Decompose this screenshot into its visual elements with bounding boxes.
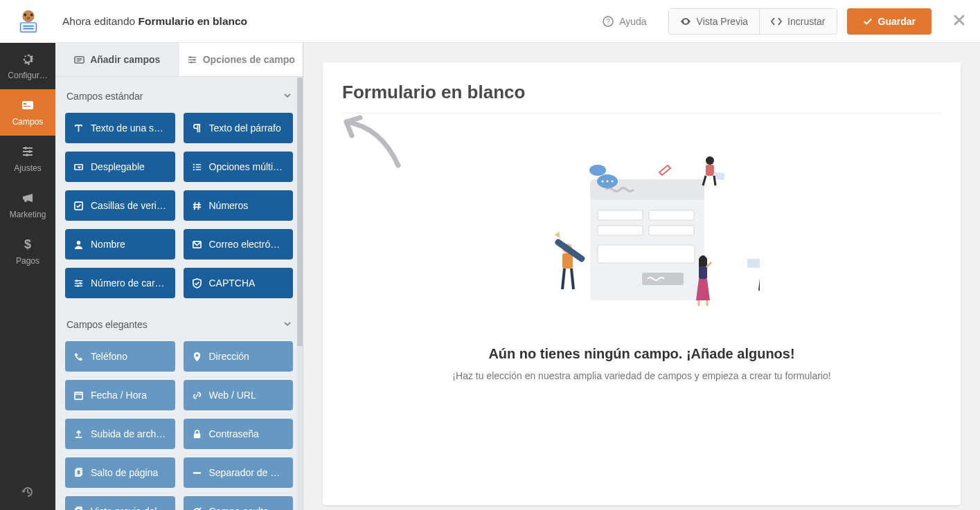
help-button[interactable]: ? Ayuda xyxy=(591,9,658,34)
field-hidden[interactable]: Campo oculto xyxy=(184,496,294,510)
app-logo[interactable] xyxy=(12,6,44,37)
field-email[interactable]: Correo electrónico xyxy=(184,229,294,259)
phone-icon xyxy=(73,352,84,362)
field-captcha[interactable]: CAPTCHA xyxy=(184,268,294,298)
field-label: Números xyxy=(209,200,249,211)
svg-rect-9 xyxy=(22,101,33,109)
svg-rect-11 xyxy=(24,106,30,107)
svg-rect-51 xyxy=(649,226,694,235)
svg-point-21 xyxy=(193,59,195,61)
svg-point-25 xyxy=(193,166,194,167)
field-text[interactable]: Texto de una sola… xyxy=(65,113,175,143)
panel-scrollbar[interactable] xyxy=(297,78,303,510)
form-canvas[interactable]: Formulario en blanco xyxy=(323,62,961,505)
nav-settings-label: Ajustes xyxy=(14,163,41,173)
section-standard-header[interactable]: Campos estándar xyxy=(65,88,293,103)
panel-scrollbar-thumb[interactable] xyxy=(297,78,303,346)
field-numbers[interactable]: Números xyxy=(184,190,294,221)
options-icon xyxy=(187,55,197,65)
sliders-icon xyxy=(21,145,35,158)
bullhorn-icon xyxy=(21,191,35,205)
field-label: Casillas de verific… xyxy=(91,200,167,211)
nav-marketing[interactable]: Marketing xyxy=(0,182,55,228)
address-icon xyxy=(192,352,202,362)
svg-marker-60 xyxy=(555,231,560,238)
field-upload[interactable]: Subida de archivo xyxy=(65,419,175,449)
url-icon xyxy=(192,390,202,401)
preview-embed-group: Vista Previa Incrustar xyxy=(668,8,837,35)
field-label: Desplegable xyxy=(91,161,145,172)
svg-point-32 xyxy=(77,284,79,286)
field-multiple[interactable]: Opciones múltiples xyxy=(184,152,294,182)
left-nav: Configur… Campos Ajustes Marketing $ Pag… xyxy=(0,43,55,510)
panel-body[interactable]: Campos estándar Texto de una sola…Texto … xyxy=(55,77,303,510)
svg-point-22 xyxy=(190,61,193,63)
svg-point-30 xyxy=(75,280,78,282)
field-label: Web / URL xyxy=(209,390,256,401)
nav-history[interactable] xyxy=(0,474,55,510)
eye-icon xyxy=(680,16,691,27)
chevron-down-icon xyxy=(283,91,292,102)
svg-point-47 xyxy=(611,181,613,183)
field-label: Contraseña xyxy=(209,428,259,439)
empty-subtext: ¡Haz tu elección en nuestra amplia varie… xyxy=(452,370,830,381)
field-label: Número de carru… xyxy=(91,277,167,289)
preview-button[interactable]: Vista Previa xyxy=(669,9,759,34)
field-html[interactable]: Vista previa del r… xyxy=(65,496,175,510)
nav-setup[interactable]: Configur… xyxy=(0,43,55,89)
field-name[interactable]: Nombre xyxy=(65,229,175,259)
code-icon xyxy=(771,16,782,27)
tab-add-fields[interactable]: Añadir campos xyxy=(55,43,179,76)
embed-label: Incrustar xyxy=(787,16,825,27)
field-label: Nombre xyxy=(91,239,125,250)
svg-point-31 xyxy=(80,282,82,284)
name-icon xyxy=(73,239,84,250)
field-label: Subida de archivo xyxy=(91,428,167,439)
pagebreak-icon xyxy=(73,468,84,478)
field-dropdown[interactable]: Desplegable xyxy=(65,152,175,182)
field-checkboxes[interactable]: Casillas de verific… xyxy=(65,190,175,221)
embed-button[interactable]: Incrustar xyxy=(759,9,836,34)
section-fancy: Campos elegantes TeléfonoDirecciónFecha … xyxy=(65,305,293,510)
nav-settings[interactable]: Ajustes xyxy=(0,136,55,182)
svg-point-33 xyxy=(195,354,198,356)
numslider-icon xyxy=(73,278,84,289)
html-icon xyxy=(73,507,84,511)
field-label: Texto del párrafo xyxy=(209,122,281,134)
add-fields-icon xyxy=(74,55,84,65)
section-fancy-header[interactable]: Campos elegantes xyxy=(65,316,293,331)
field-label: Teléfono xyxy=(91,351,127,362)
field-url[interactable]: Web / URL xyxy=(184,380,294,410)
empty-heading: Aún no tienes ningún campo. ¡Añade algun… xyxy=(488,346,794,362)
svg-point-45 xyxy=(601,181,603,183)
form-title[interactable]: Formulario en blanco xyxy=(342,82,941,111)
nav-setup-label: Configur… xyxy=(8,71,47,80)
field-divider[interactable]: Separador de se… xyxy=(184,457,294,488)
close-button[interactable] xyxy=(947,6,972,37)
hidden-icon xyxy=(192,507,202,511)
nav-payments[interactable]: $ Pagos xyxy=(0,228,55,275)
field-numslider[interactable]: Número de carru… xyxy=(65,268,175,298)
field-datetime[interactable]: Fecha / Hora xyxy=(65,380,175,410)
svg-text:$: $ xyxy=(24,237,31,251)
field-label: CAPTCHA xyxy=(209,277,256,289)
svg-rect-35 xyxy=(193,433,199,438)
field-address[interactable]: Dirección xyxy=(184,341,294,372)
preview-label: Vista Previa xyxy=(697,16,748,27)
field-pagebreak[interactable]: Salto de página xyxy=(65,457,175,488)
tab-field-options[interactable]: Opciones de campo xyxy=(179,43,303,76)
history-icon xyxy=(21,485,35,499)
nav-fields[interactable]: Campos xyxy=(0,89,55,136)
text-icon xyxy=(73,123,84,134)
field-paragraph[interactable]: Texto del párrafo xyxy=(184,113,294,143)
svg-point-14 xyxy=(26,154,28,156)
field-phone[interactable]: Teléfono xyxy=(65,341,175,372)
multiple-icon xyxy=(192,162,202,172)
svg-point-28 xyxy=(77,240,81,244)
field-password[interactable]: Contraseña xyxy=(184,419,294,449)
svg-point-12 xyxy=(24,147,27,149)
help-label: Ayuda xyxy=(619,16,646,27)
editing-form-name[interactable]: Formulario en blanco xyxy=(138,15,247,27)
save-button[interactable]: Guardar xyxy=(847,8,932,35)
svg-point-3 xyxy=(26,17,30,19)
